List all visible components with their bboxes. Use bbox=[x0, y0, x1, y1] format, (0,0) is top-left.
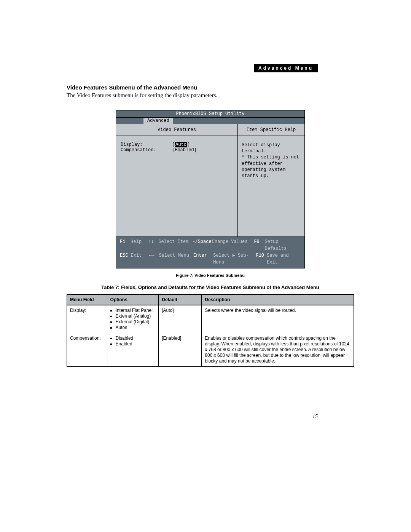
option-item: Autos bbox=[116, 325, 156, 331]
bios-left-header: Video Features bbox=[116, 124, 237, 136]
option-item: External (Digital) bbox=[116, 319, 156, 325]
bios-help-text: Select display terminal. * This setting … bbox=[238, 136, 304, 185]
page-number: 15 bbox=[312, 414, 318, 420]
bios-key: Enter bbox=[193, 252, 213, 266]
th-menu-field: Menu Field bbox=[67, 294, 107, 305]
bios-key: ↑↓ bbox=[148, 238, 158, 252]
bios-tab-advanced: Advanced bbox=[143, 118, 173, 124]
bios-key-label: Help bbox=[131, 238, 148, 252]
figure-caption: Figure 7. Video Features Submenu bbox=[67, 273, 354, 278]
cell-field: Compensation: bbox=[67, 333, 107, 367]
bios-key-label: Select Menu bbox=[159, 252, 193, 266]
bios-help-line: * This setting is not bbox=[242, 154, 301, 160]
bios-help-line: effective after bbox=[242, 161, 301, 167]
bios-settings-area: Display: [Auto] Compensation: [Enabled] bbox=[116, 136, 237, 236]
option-item: Enabled bbox=[116, 341, 156, 347]
bios-key-label: Change Values bbox=[212, 238, 254, 252]
option-item: External (Analog) bbox=[116, 313, 156, 319]
option-item: Internal Flat Panel bbox=[116, 308, 156, 313]
bios-help-line: Select display terminal. bbox=[242, 142, 301, 154]
bios-title: PhoenixBIOS Setup Utility bbox=[116, 110, 304, 118]
table-row: Compensation: Disabled Enabled [Enabled]… bbox=[67, 333, 354, 367]
bios-label: Display: bbox=[121, 142, 172, 147]
section-title: Video Features Submenu of the Advanced M… bbox=[67, 84, 354, 91]
bios-key-label: Select Item bbox=[158, 238, 192, 252]
bios-key-label: Setup Defaults bbox=[264, 238, 301, 252]
bios-row-compensation: Compensation: [Enabled] bbox=[121, 147, 233, 153]
cell-options: Internal Flat Panel External (Analog) Ex… bbox=[107, 305, 159, 333]
bios-footer: F1 Help ↑↓ Select Item -/Space Change Va… bbox=[116, 236, 304, 268]
cell-options: Disabled Enabled bbox=[107, 333, 159, 367]
bios-value-selected: Auto bbox=[175, 142, 187, 147]
bios-screenshot: PhoenixBIOS Setup Utility Advanced Video… bbox=[116, 110, 305, 268]
th-description: Description bbox=[202, 294, 354, 305]
section-header-bar: Advanced Menu bbox=[254, 64, 318, 72]
bios-key-label: Select ▶ Sub-Menu bbox=[213, 252, 256, 266]
bios-tab-bar: Advanced bbox=[116, 118, 304, 124]
bios-key-label: Exit bbox=[131, 252, 149, 266]
bios-key: F1 bbox=[120, 238, 131, 252]
bios-value: [Enabled] bbox=[172, 147, 197, 153]
th-default: Default bbox=[159, 294, 202, 305]
th-options: Options bbox=[107, 294, 159, 305]
fields-table: Menu Field Options Default Description D… bbox=[67, 294, 354, 367]
bios-help-line: operating system bbox=[242, 167, 301, 173]
bios-key-label: Save and Exit bbox=[267, 252, 301, 266]
bios-right-header: Item Specific Help bbox=[238, 124, 304, 136]
table-row: Display: Internal Flat Panel External (A… bbox=[67, 305, 354, 333]
table-caption: Table 7: Fields, Options and Defaults fo… bbox=[67, 284, 354, 290]
cell-default: [Auto] bbox=[159, 305, 202, 333]
bios-key: ESC bbox=[120, 252, 131, 266]
bios-key: F9 bbox=[254, 238, 264, 252]
bios-help-line: starts up. bbox=[242, 173, 301, 179]
option-item: Disabled bbox=[116, 335, 156, 341]
cell-description: Selects where the video signal will be r… bbox=[202, 305, 354, 333]
cell-default: [Enabled] bbox=[159, 333, 202, 367]
cell-field: Display: bbox=[67, 305, 107, 333]
bios-key: -/Space bbox=[192, 238, 212, 252]
bios-key: F10 bbox=[256, 252, 267, 266]
bios-row-display: Display: [Auto] bbox=[121, 142, 233, 147]
intro-paragraph: The Video Features submenu is for settin… bbox=[67, 92, 354, 99]
cell-description: Enables or disables compensation which c… bbox=[202, 333, 354, 367]
bios-key: ←→ bbox=[149, 252, 159, 266]
bios-label: Compensation: bbox=[121, 147, 172, 153]
